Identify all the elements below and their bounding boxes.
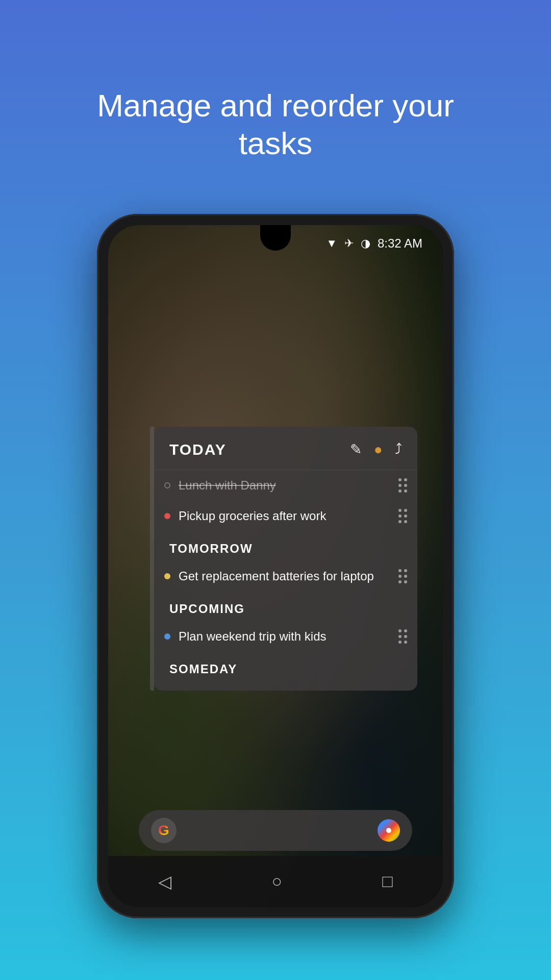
task-dot-blue [164, 633, 170, 640]
alarm-icon: ◑ [361, 237, 370, 250]
widget-panel: TODAY ✎ ● ⤴ Lunch with Danny P [154, 427, 417, 691]
widget-header-icons: ✎ ● ⤴ [350, 441, 402, 458]
home-button[interactable]: ○ [271, 871, 282, 891]
phone-shell: ▼ ✈ ◑ 8:32 AM TODAY ✎ ● ⤴ Lunch with [97, 214, 454, 918]
task-text-groceries: Pickup groceries after work [179, 509, 392, 523]
drag-handle[interactable] [398, 509, 407, 523]
widget-header: TODAY ✎ ● ⤴ [154, 427, 417, 470]
task-item[interactable]: Pickup groceries after work [154, 501, 417, 531]
task-item[interactable]: Plan weekend trip with kids [154, 621, 417, 652]
widget-left-strip [150, 427, 154, 691]
theme-icon[interactable]: ● [374, 442, 383, 458]
widget-title: TODAY [169, 441, 350, 458]
edit-icon[interactable]: ✎ [350, 441, 362, 458]
task-text-batteries: Get replacement batteries for laptop [179, 569, 392, 583]
task-item[interactable]: Get replacement batteries for laptop [154, 561, 417, 592]
google-letter: G [158, 822, 169, 839]
google-g-logo: G [151, 818, 177, 843]
notch [260, 225, 291, 251]
back-button[interactable]: ◁ [158, 871, 171, 892]
phone-screen: ▼ ✈ ◑ 8:32 AM TODAY ✎ ● ⤴ Lunch with [108, 225, 443, 907]
status-time: 8:32 AM [378, 236, 422, 251]
task-dot-red [164, 513, 170, 519]
google-search-bar[interactable]: G [139, 810, 412, 851]
page-title: Manage and reorder your tasks [41, 41, 510, 193]
bottom-nav: ◁ ○ □ [108, 856, 443, 907]
task-text: Lunch with Danny [179, 478, 392, 493]
recents-button[interactable]: □ [382, 871, 393, 891]
task-text-weekend: Plan weekend trip with kids [179, 629, 392, 644]
page-title-area: Manage and reorder your tasks [0, 0, 551, 214]
section-tomorrow: TOMORROW [154, 531, 417, 561]
airplane-icon: ✈ [344, 237, 354, 250]
task-dot-yellow [164, 573, 170, 579]
wifi-icon: ▼ [326, 237, 337, 250]
drag-handle[interactable] [398, 629, 407, 644]
drag-handle[interactable] [398, 478, 407, 493]
task-dot-completed [164, 482, 170, 488]
status-bar-right: ▼ ✈ ◑ 8:32 AM [326, 236, 422, 251]
google-mic-dot [386, 828, 391, 833]
section-someday: SOMEDAY [154, 652, 417, 691]
share-icon[interactable]: ⤴ [395, 442, 402, 458]
section-upcoming: UPCOMING [154, 592, 417, 621]
task-item[interactable]: Lunch with Danny [154, 470, 417, 501]
google-mic-button[interactable] [378, 819, 400, 842]
status-bar: ▼ ✈ ◑ 8:32 AM [108, 225, 443, 262]
drag-handle[interactable] [398, 569, 407, 583]
